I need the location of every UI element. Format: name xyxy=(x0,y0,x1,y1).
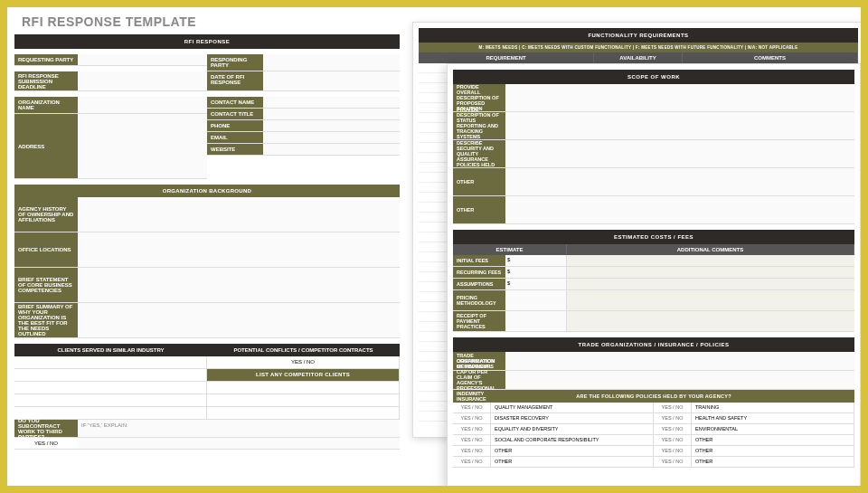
competitor-cell[interactable] xyxy=(207,394,400,406)
input-contact-title[interactable] xyxy=(263,109,400,119)
input-requesting-party[interactable] xyxy=(78,54,207,65)
policy-yesno[interactable]: YES / NO xyxy=(453,457,491,467)
policy-name: QUALITY MANAGEMENT xyxy=(491,403,654,412)
input-subcontract-explain[interactable] xyxy=(78,438,400,449)
est-value[interactable] xyxy=(505,290,567,310)
trade-input[interactable] xyxy=(505,371,854,389)
est-comments[interactable] xyxy=(567,311,854,331)
scope-header: SCOPE OF WORK xyxy=(453,70,854,84)
col-estimate: ESTIMATE xyxy=(453,244,567,255)
policy-name: OTHER xyxy=(692,446,854,456)
scope-label: DESCRIBE SECURITY AND QUALITY ASSURANCE … xyxy=(453,140,505,167)
label-office-locations: OFFICE LOCATIONS xyxy=(14,232,78,267)
client-cell[interactable] xyxy=(14,382,207,393)
conflict-yesno[interactable]: YES / NO xyxy=(207,356,400,368)
subcontract-yesno[interactable]: YES / NO xyxy=(14,438,78,449)
scope-input[interactable] xyxy=(505,112,854,139)
scope-input[interactable] xyxy=(505,196,854,223)
policy-name: OTHER xyxy=(692,457,854,467)
input-phone[interactable] xyxy=(263,120,400,131)
policy-yesno[interactable]: YES / NO xyxy=(453,413,491,423)
competitor-cell[interactable] xyxy=(207,382,400,393)
label-org-name: ORGANIZATION NAME xyxy=(14,97,78,113)
scope-label: PROVIDE DESCRIPTION OF STATUS REPORTING … xyxy=(453,112,505,139)
scope-input[interactable] xyxy=(505,84,854,111)
est-label: INITIAL FEES xyxy=(453,255,505,266)
label-summary: BRIEF SUMMARY OF WHY YOUR ORGANIZATION I… xyxy=(14,303,78,337)
col-additional-comments: ADDITIONAL COMMENTS xyxy=(567,244,854,255)
client-cell[interactable] xyxy=(14,394,207,406)
input-office-locations[interactable] xyxy=(78,232,400,267)
policy-yesno[interactable]: YES / NO xyxy=(654,413,692,423)
policy-name: EQUALITY AND DIVERSITY xyxy=(491,424,654,434)
trade-header: TRADE ORGANIZATIONS / INSURANCE / POLICI… xyxy=(453,337,854,352)
policy-name: DISASTER RECOVERY xyxy=(491,413,654,423)
est-value[interactable]: $ xyxy=(505,255,567,266)
input-deadline[interactable] xyxy=(78,71,207,90)
client-cell[interactable] xyxy=(14,369,207,381)
policy-name: HEALTH AND SAFETY xyxy=(692,413,854,423)
est-value[interactable]: $ xyxy=(505,279,567,289)
label-subcontract: DO YOU SUBCONTRACT WORK TO THIRD PARTIES… xyxy=(14,420,78,437)
label-requesting-party: REQUESTING PARTY xyxy=(14,54,78,65)
policy-yesno[interactable]: YES / NO xyxy=(654,457,692,467)
estimate-header: ESTIMATED COSTS / FEES xyxy=(453,230,854,244)
input-responding-party[interactable] xyxy=(263,54,400,71)
document-title: RFI RESPONSE TEMPLATE xyxy=(14,11,400,34)
scope-label: OTHER xyxy=(453,196,505,223)
policy-yesno[interactable]: YES / NO xyxy=(654,446,692,456)
client-cell[interactable] xyxy=(14,356,207,368)
col-comments: COMMENTS xyxy=(683,52,858,63)
scope-input[interactable] xyxy=(505,168,854,195)
input-contact-name[interactable] xyxy=(263,97,400,108)
label-agency-history: AGENCY HISTORY OF OWNERSHIP AND AFFILIAT… xyxy=(14,197,78,232)
col-availability: AVAILABILITY xyxy=(594,52,683,63)
est-label: ASSUMPTIONS xyxy=(453,279,505,289)
input-date[interactable] xyxy=(263,71,400,90)
label-date: DATE OF RFI RESPONSE xyxy=(207,71,263,90)
policy-yesno[interactable]: YES / NO xyxy=(453,424,491,434)
policy-yesno[interactable]: YES / NO xyxy=(453,446,491,456)
input-agency-history[interactable] xyxy=(78,197,400,232)
input-summary[interactable] xyxy=(78,303,400,337)
label-phone: PHONE xyxy=(207,120,263,131)
label-responding-party: RESPONDING PARTY xyxy=(207,54,263,71)
policy-name: OTHER xyxy=(491,457,654,467)
input-website[interactable] xyxy=(263,144,400,155)
page-rfi-response: RFI RESPONSE TEMPLATE RFI RESPONSE REQUE… xyxy=(14,11,400,486)
org-background-header: ORGANIZATION BACKGROUND xyxy=(14,185,400,197)
est-comments[interactable] xyxy=(567,279,854,289)
trade-input[interactable] xyxy=(505,352,854,370)
trade-label: CONFIRMATION OF FINANCIAL CAP OR PER CLA… xyxy=(453,371,505,389)
scope-input[interactable] xyxy=(505,140,854,167)
est-value[interactable] xyxy=(505,311,567,331)
est-comments[interactable] xyxy=(567,255,854,266)
label-if-explain: IF 'YES,' EXPLAIN: xyxy=(78,420,400,437)
input-org-name[interactable] xyxy=(78,97,207,113)
competitor-cell[interactable] xyxy=(207,407,400,419)
policy-yesno[interactable]: YES / NO xyxy=(453,403,491,412)
policy-name: TRAINING xyxy=(692,403,854,412)
label-contact-name: CONTACT NAME xyxy=(207,97,263,108)
input-competencies[interactable] xyxy=(78,268,400,302)
policy-name: OTHER xyxy=(491,446,654,456)
label-website: WEBSITE xyxy=(207,144,263,155)
policy-name: SOCIAL AND CORPORATE RESPONSIBILITY xyxy=(491,435,654,445)
col-requirement: REQUIREMENT xyxy=(419,52,594,63)
page-scope: SCOPE OF WORK PROVIDE OVERALL DESCRIPTIO… xyxy=(447,63,861,488)
policy-yesno[interactable]: YES / NO xyxy=(654,403,692,412)
label-competencies: BRIEF STATEMENT OF CORE BUSINESS COMPETE… xyxy=(14,268,78,302)
label-address: ADDRESS xyxy=(14,114,78,178)
list-competitor-header: LIST ANY COMPETITOR CLIENTS xyxy=(207,369,400,381)
label-deadline: RFI RESPONSE SUBMISSION DEADLINE xyxy=(14,71,78,90)
input-email[interactable] xyxy=(263,132,400,143)
est-value[interactable]: $ xyxy=(505,267,567,278)
policy-yesno[interactable]: YES / NO xyxy=(453,435,491,445)
input-address[interactable] xyxy=(78,114,207,178)
policy-yesno[interactable]: YES / NO xyxy=(654,424,692,434)
est-label: RECURRING FEES xyxy=(453,267,505,278)
est-comments[interactable] xyxy=(567,267,854,278)
rfi-response-header: RFI RESPONSE xyxy=(14,34,400,49)
est-comments[interactable] xyxy=(567,290,854,310)
policy-yesno[interactable]: YES / NO xyxy=(654,435,692,445)
